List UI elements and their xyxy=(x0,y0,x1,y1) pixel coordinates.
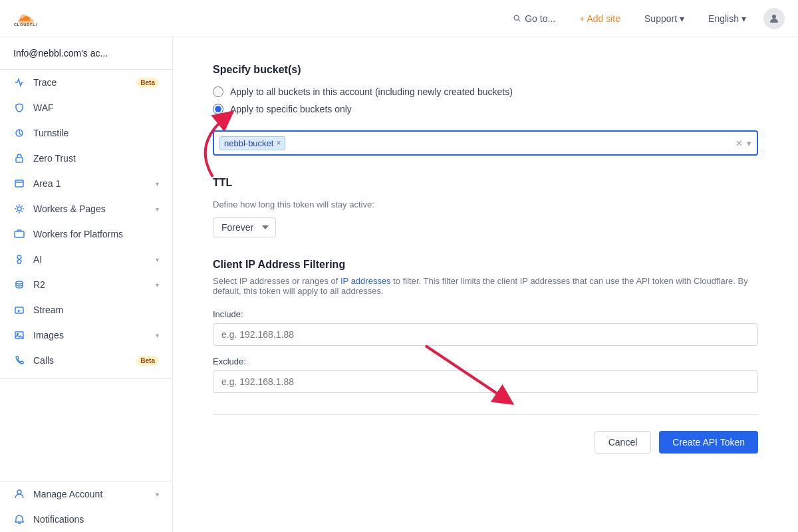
waf-label: WAF xyxy=(33,102,159,113)
svg-text:CLOUDFLARE: CLOUDFLARE xyxy=(14,22,37,26)
search-icon xyxy=(513,14,522,23)
zero-trust-icon xyxy=(13,152,25,164)
waf-icon xyxy=(13,102,25,114)
lang-chevron-icon: ▾ xyxy=(741,13,746,24)
bucket-tag: nebbl-bucket × xyxy=(219,136,285,150)
sidebar-item-images[interactable]: Images ▾ xyxy=(0,323,172,348)
create-api-token-button[interactable]: Create API Token xyxy=(659,431,758,454)
workers-pages-label: Workers & Pages xyxy=(33,203,148,214)
ttl-select[interactable]: Forever 1 hour 1 day 1 week 1 month Cust… xyxy=(213,217,276,237)
user-icon xyxy=(769,13,779,24)
trace-label: Trace xyxy=(33,77,128,88)
cloudflare-logo-icon: CLOUDFLARE xyxy=(13,11,37,27)
ai-label: AI xyxy=(33,254,148,265)
images-icon xyxy=(13,329,25,341)
radio-all-buckets[interactable]: Apply to all buckets in this account (in… xyxy=(213,86,758,97)
r2-chevron-icon: ▾ xyxy=(156,281,159,289)
workers-platforms-label: Workers for Platforms xyxy=(33,229,159,239)
bucket-tag-label: nebbl-bucket xyxy=(224,138,273,148)
form-actions: Cancel Create API Token xyxy=(213,431,758,480)
radio-all-input[interactable] xyxy=(213,86,223,97)
svg-point-6 xyxy=(17,207,21,211)
include-label: Include: xyxy=(213,309,758,319)
sidebar-item-stream[interactable]: Stream xyxy=(0,297,172,323)
bucket-tag-remove[interactable]: × xyxy=(276,138,281,148)
notifications-label: Notifications xyxy=(33,514,159,525)
exclude-input[interactable] xyxy=(213,370,758,393)
sidebar-item-area1[interactable]: Area 1 ▾ xyxy=(0,171,172,196)
stream-icon xyxy=(13,304,25,316)
bucket-search-input[interactable] xyxy=(288,138,733,148)
addsite-label: + Add site xyxy=(579,13,620,24)
specify-buckets-title: Specify bucket(s) xyxy=(213,64,758,76)
bucket-clear-button[interactable]: ✕ ▾ xyxy=(735,138,751,148)
sidebar-item-r2[interactable]: R2 ▾ xyxy=(0,272,172,297)
stream-label: Stream xyxy=(33,305,159,315)
trace-badge: Beta xyxy=(136,78,159,88)
area1-icon xyxy=(13,178,25,190)
svg-rect-7 xyxy=(15,231,24,237)
exclude-field-group: Exclude: xyxy=(213,356,758,393)
main-content: Specify bucket(s) Apply to all buckets i… xyxy=(173,37,798,532)
goto-label: Go to... xyxy=(525,13,555,24)
manage-account-chevron-icon: ▾ xyxy=(156,491,159,498)
svg-rect-5 xyxy=(15,180,23,187)
ttl-desc: Define how long this token will stay act… xyxy=(213,200,758,209)
svg-point-1 xyxy=(514,15,519,20)
turnstile-label: Turnstile xyxy=(33,128,159,138)
r2-label: R2 xyxy=(33,279,148,290)
radio-specific-input[interactable] xyxy=(213,104,223,114)
include-input[interactable] xyxy=(213,323,758,346)
r2-icon xyxy=(13,279,25,291)
ai-chevron-icon: ▾ xyxy=(156,256,159,263)
trace-icon xyxy=(13,76,25,88)
sidebar: Info@nebbl.com's ac... Trace Beta WAF Tu… xyxy=(0,37,173,532)
cancel-button[interactable]: Cancel xyxy=(595,431,652,454)
ai-icon xyxy=(13,253,25,265)
ttl-section: TTL Define how long this token will stay… xyxy=(213,177,758,237)
sidebar-bottom: Manage Account ▾ Notifications xyxy=(0,481,172,532)
exclude-label: Exclude: xyxy=(213,356,758,366)
ip-link[interactable]: IP addresses xyxy=(340,276,391,286)
bucket-clear-x-icon: ✕ xyxy=(735,138,743,148)
images-label: Images xyxy=(33,330,148,340)
sidebar-item-workers-platforms[interactable]: Workers for Platforms xyxy=(0,221,172,247)
radio-all-label: Apply to all buckets in this account (in… xyxy=(230,86,513,97)
zero-trust-label: Zero Trust xyxy=(33,153,159,164)
manage-account-icon xyxy=(13,488,25,500)
include-field-group: Include: xyxy=(213,309,758,346)
svg-point-2 xyxy=(772,15,776,19)
sidebar-item-zero-trust[interactable]: Zero Trust xyxy=(0,146,172,171)
goto-button[interactable]: Go to... xyxy=(506,9,562,28)
notifications-icon xyxy=(13,513,25,525)
sidebar-item-ai[interactable]: AI ▾ xyxy=(0,247,172,272)
page-layout: Info@nebbl.com's ac... Trace Beta WAF Tu… xyxy=(0,37,798,532)
sidebar-item-turnstile[interactable]: Turnstile xyxy=(0,120,172,146)
lang-label: English xyxy=(708,13,739,24)
sidebar-divider xyxy=(0,378,172,379)
sidebar-item-waf[interactable]: WAF xyxy=(0,95,172,120)
radio-specific-buckets[interactable]: Apply to specific buckets only xyxy=(213,104,758,114)
bucket-radio-group: Apply to all buckets in this account (in… xyxy=(213,86,758,114)
area1-label: Area 1 xyxy=(33,178,148,189)
ip-desc: Select IP addresses or ranges of IP addr… xyxy=(213,276,758,296)
images-chevron-icon: ▾ xyxy=(156,332,159,339)
sidebar-item-manage-account[interactable]: Manage Account ▾ xyxy=(0,481,172,507)
user-menu-button[interactable] xyxy=(763,8,785,29)
account-name: Info@nebbl.com's ac... xyxy=(0,37,172,70)
svg-point-12 xyxy=(17,490,21,494)
bucket-input-wrapper[interactable]: nebbl-bucket × ✕ ▾ xyxy=(213,130,758,156)
sidebar-item-trace[interactable]: Trace Beta xyxy=(0,70,172,95)
workers-platforms-icon xyxy=(13,228,25,240)
sidebar-item-workers-pages[interactable]: Workers & Pages ▾ xyxy=(0,196,172,221)
support-button[interactable]: Support ▾ xyxy=(638,9,691,28)
add-site-button[interactable]: + Add site xyxy=(573,9,627,28)
sidebar-item-calls[interactable]: Calls Beta xyxy=(0,348,172,373)
bucket-dropdown-icon: ▾ xyxy=(747,138,751,148)
sidebar-item-notifications[interactable]: Notifications xyxy=(0,507,172,532)
workers-pages-icon xyxy=(13,203,25,215)
turnstile-icon xyxy=(13,127,25,139)
language-button[interactable]: English ▾ xyxy=(702,9,753,28)
support-label: Support xyxy=(644,13,677,24)
workers-pages-chevron-icon: ▾ xyxy=(156,205,159,213)
